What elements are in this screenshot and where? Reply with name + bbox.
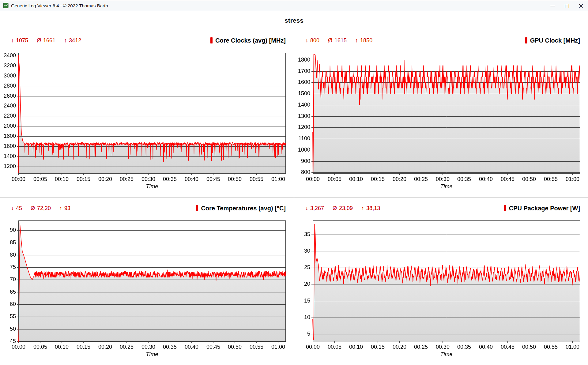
app-icon[interactable]: [3, 3, 9, 8]
chart-title: Core Clocks (avg) [MHz]: [210, 37, 286, 44]
stat-avg: Ø 23,09: [333, 205, 353, 212]
stat-avg-value: 72,20: [37, 205, 51, 212]
avg-symbol-icon: Ø: [328, 37, 332, 44]
stat-avg: Ø 1661: [37, 37, 55, 44]
legend-swatch-icon: [525, 37, 527, 43]
chart-canvas-cpu-package-power[interactable]: [294, 213, 588, 365]
stat-min-value: 45: [16, 205, 22, 212]
chart-header: ↓ 3,267 Ø 23,09 ↑ 38,13 CPU Package Powe…: [294, 198, 588, 213]
chart-panel-cpu-package-power: ↓ 3,267 Ø 23,09 ↑ 38,13 CPU Package Powe…: [294, 198, 588, 365]
stat-avg: Ø 72,20: [31, 205, 51, 212]
stat-avg-value: 23,09: [339, 205, 353, 212]
legend-swatch-icon: [504, 205, 506, 211]
max-arrow-icon: ↑: [59, 205, 62, 212]
stat-max-value: 1850: [360, 37, 372, 44]
min-arrow-icon: ↓: [11, 37, 14, 44]
maximize-button[interactable]: □: [560, 0, 574, 11]
stat-max-value: 93: [64, 205, 70, 212]
stat-avg-value: 1661: [43, 37, 55, 44]
chart-canvas-core-clocks[interactable]: [0, 46, 294, 198]
min-arrow-icon: ↓: [305, 37, 308, 44]
stat-min: ↓ 800: [305, 37, 319, 44]
chart-canvas-core-temperatures[interactable]: [0, 213, 294, 365]
chart-title-text: Core Clocks (avg) [MHz]: [215, 37, 286, 44]
minimize-button[interactable]: —: [546, 0, 560, 11]
stat-min-value: 800: [310, 37, 319, 44]
stat-min-value: 3,267: [310, 205, 324, 212]
chart-stats: ↓ 3,267 Ø 23,09 ↑ 38,13: [305, 205, 380, 212]
close-button[interactable]: ×: [574, 0, 588, 11]
titlebar[interactable]: Generic Log Viewer 6.4 - © 2022 Thomas B…: [0, 0, 588, 11]
chart-title-text: CPU Package Power [W]: [509, 205, 580, 212]
chart-header: ↓ 45 Ø 72,20 ↑ 93 Core Temperatures (avg…: [0, 198, 294, 213]
stat-min: ↓ 45: [11, 205, 22, 212]
avg-symbol-icon: Ø: [31, 205, 35, 212]
chart-header: ↓ 800 Ø 1615 ↑ 1850 GPU Clock [MHz]: [294, 30, 588, 46]
min-arrow-icon: ↓: [305, 205, 308, 212]
app-icon-glyph: [3, 3, 9, 8]
legend-swatch-icon: [196, 205, 198, 211]
min-arrow-icon: ↓: [11, 205, 14, 212]
stat-avg: Ø 1615: [328, 37, 347, 44]
stat-max: ↑ 38,13: [361, 205, 380, 212]
max-arrow-icon: ↑: [361, 205, 364, 212]
chart-panel-gpu-clock: ↓ 800 Ø 1615 ↑ 1850 GPU Clock [MHz]: [294, 30, 588, 198]
stat-max-value: 3412: [69, 37, 81, 44]
chart-title-text: Core Temperatures (avg) [°C]: [201, 205, 286, 212]
chart-header: ↓ 1075 Ø 1661 ↑ 3412 Core Clocks (avg) […: [0, 30, 294, 46]
chart-panel-core-temperatures: ↓ 45 Ø 72,20 ↑ 93 Core Temperatures (avg…: [0, 198, 294, 365]
chart-title: Core Temperatures (avg) [°C]: [196, 205, 286, 212]
page-title: stress: [285, 17, 303, 24]
chart-stats: ↓ 1075 Ø 1661 ↑ 3412: [11, 37, 81, 44]
chart-panel-core-clocks: ↓ 1075 Ø 1661 ↑ 3412 Core Clocks (avg) […: [0, 30, 294, 198]
window-controls: — □ ×: [546, 0, 588, 11]
chart-title: GPU Clock [MHz]: [525, 37, 580, 44]
stat-min: ↓ 3,267: [305, 205, 324, 212]
stat-min-value: 1075: [16, 37, 28, 44]
window-title: Generic Log Viewer 6.4 - © 2022 Thomas B…: [11, 3, 546, 8]
page-header: stress: [0, 11, 588, 30]
stat-max: ↑ 3412: [64, 37, 81, 44]
chart-title-text: GPU Clock [MHz]: [530, 37, 580, 44]
stat-avg-value: 1615: [334, 37, 347, 44]
avg-symbol-icon: Ø: [37, 37, 41, 44]
stat-max: ↑ 1850: [355, 37, 372, 44]
max-arrow-icon: ↑: [355, 37, 358, 44]
chart-canvas-gpu-clock[interactable]: [294, 46, 588, 198]
chart-stats: ↓ 45 Ø 72,20 ↑ 93: [11, 205, 70, 212]
stat-min: ↓ 1075: [11, 37, 28, 44]
stat-max-value: 38,13: [366, 205, 380, 212]
max-arrow-icon: ↑: [64, 37, 67, 44]
avg-symbol-icon: Ø: [333, 205, 337, 212]
legend-swatch-icon: [210, 37, 213, 43]
stat-max: ↑ 93: [59, 205, 70, 212]
chart-stats: ↓ 800 Ø 1615 ↑ 1850: [305, 37, 372, 44]
chart-title: CPU Package Power [W]: [504, 205, 580, 212]
chart-grid: ↓ 1075 Ø 1661 ↑ 3412 Core Clocks (avg) […: [0, 30, 588, 365]
